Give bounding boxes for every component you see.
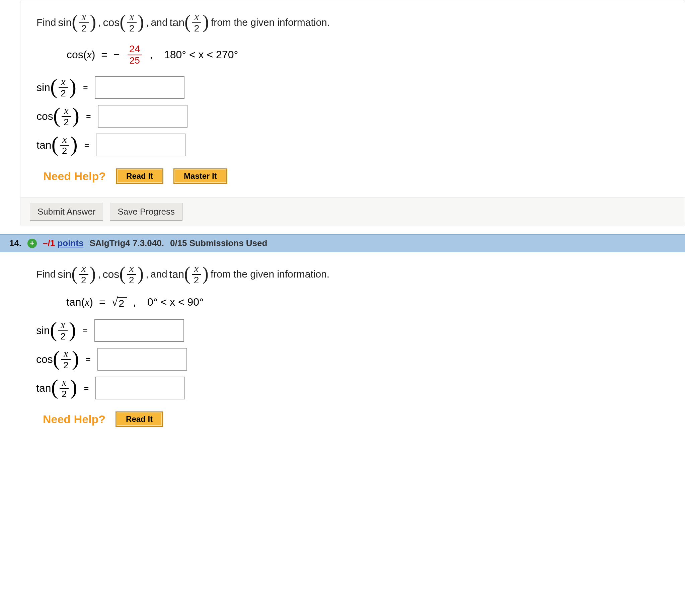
equals-sign: =	[101, 48, 108, 61]
master-it-button[interactable]: Master It	[173, 169, 227, 184]
answer-row-sin: sin ( x2 ) =	[37, 76, 677, 99]
equals-sign: =	[83, 83, 88, 92]
comma-text: ,	[98, 268, 101, 280]
equals-sign: =	[86, 354, 91, 364]
answer-input-cos[interactable]	[98, 105, 187, 128]
expr-tan-half: tan ( x2 )	[170, 263, 208, 286]
comma-text: ,	[146, 17, 149, 28]
prompt-text: from the given information.	[211, 17, 330, 28]
need-help-label: Need Help?	[43, 413, 106, 426]
comma-text: ,	[150, 48, 153, 61]
fn-sin: sin	[58, 16, 72, 29]
given-lhs: cos(x)	[67, 48, 95, 61]
fn-cos: cos	[103, 16, 120, 29]
need-help-label: Need Help?	[43, 170, 106, 183]
equals-sign: =	[86, 111, 91, 121]
expand-icon[interactable]: +	[27, 239, 37, 248]
question-14-body: Find sin ( x2 ) , cos ( x2 ) , and tan (…	[20, 252, 685, 427]
comma-text: ,	[98, 17, 101, 28]
answer-input-sin[interactable]	[94, 319, 184, 342]
q13-prompt: Find sin ( x2 ) , cos ( x2 ) , and tan (…	[37, 11, 677, 34]
read-it-button[interactable]: Read It	[115, 412, 163, 427]
q13-given: cos(x) = − 24 25 , 180° < x < 270°	[67, 43, 677, 66]
prompt-text: from the given information.	[211, 268, 329, 280]
points-link[interactable]: points	[57, 238, 83, 248]
answer-input-sin[interactable]	[95, 76, 184, 99]
submit-bar: Submit Answer Save Progress	[20, 197, 685, 226]
given-range: 0° < x < 90°	[147, 296, 203, 308]
answer-row-tan: tan ( x2 ) =	[36, 377, 677, 399]
question-number: 14.	[5, 238, 21, 248]
negative-sign: −	[113, 48, 120, 61]
label-sin-half: sin ( x2 )	[37, 76, 76, 99]
prompt-text: Find	[37, 17, 56, 28]
prompt-text: and	[151, 17, 168, 28]
prompt-text: and	[151, 268, 168, 280]
label-tan-half: tan ( x2 )	[37, 134, 78, 156]
answer-input-cos[interactable]	[97, 348, 187, 371]
answer-row-cos: cos ( x2 ) =	[36, 348, 677, 371]
read-it-button[interactable]: Read It	[116, 169, 163, 184]
question-13-body: Find sin ( x2 ) , cos ( x2 ) , and tan (…	[20, 0, 685, 184]
label-cos-half: cos ( x2 )	[37, 105, 79, 128]
given-lhs: tan(x)	[66, 296, 93, 308]
expr-cos-half: cos ( x2 )	[103, 263, 144, 286]
expr-cos-half: cos ( x2 )	[103, 11, 144, 34]
submit-answer-button[interactable]: Submit Answer	[30, 203, 103, 221]
equals-sign: =	[84, 140, 89, 150]
help-row: Need Help? Read It	[43, 412, 677, 427]
prompt-text: Find	[36, 268, 56, 280]
fn-tan: tan	[170, 16, 184, 29]
answer-row-cos: cos ( x2 ) =	[37, 105, 677, 128]
expr-tan-half: tan ( x2 )	[170, 11, 209, 34]
points-label: –/1 points	[43, 238, 83, 248]
equals-sign: =	[83, 326, 88, 335]
q14-given: tan(x) = √2 , 0° < x < 90°	[66, 295, 677, 309]
answer-input-tan[interactable]	[95, 377, 185, 399]
answer-row-sin: sin ( x2 ) =	[36, 319, 677, 342]
equals-sign: =	[84, 383, 89, 393]
sqrt-icon: √2	[111, 295, 127, 309]
comma-text: ,	[146, 268, 148, 280]
submissions-used: 0/15 Submissions Used	[170, 238, 267, 248]
question-13-card: Find sin ( x2 ) , cos ( x2 ) , and tan (…	[20, 0, 685, 226]
label-tan-half: tan ( x2 )	[36, 377, 78, 399]
save-progress-button[interactable]: Save Progress	[110, 203, 182, 221]
question-14-header: 14. + –/1 points SAlgTrig4 7.3.040. 0/15…	[0, 234, 685, 252]
label-sin-half: sin ( x2 )	[36, 319, 76, 342]
equals-sign: =	[99, 296, 106, 308]
expr-sin-half: sin ( x2 )	[58, 11, 96, 34]
answer-input-tan[interactable]	[96, 134, 185, 156]
q14-prompt: Find sin ( x2 ) , cos ( x2 ) , and tan (…	[36, 263, 677, 286]
label-cos-half: cos ( x2 )	[36, 348, 79, 371]
answer-row-tan: tan ( x2 ) =	[37, 134, 677, 156]
given-range: 180° < x < 270°	[164, 48, 238, 61]
comma-text: ,	[133, 296, 136, 308]
given-fraction: 24 25	[127, 43, 142, 66]
help-row: Need Help? Read It Master It	[43, 169, 677, 184]
expr-sin-half: sin ( x2 )	[58, 263, 96, 286]
question-ref: SAlgTrig4 7.3.040.	[89, 238, 164, 248]
